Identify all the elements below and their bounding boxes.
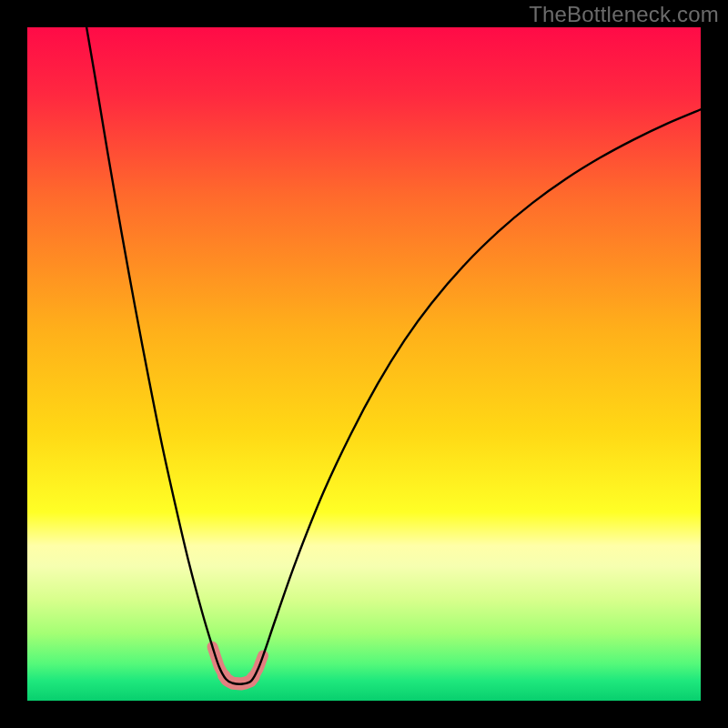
highlight-markers xyxy=(213,647,264,684)
plot-area xyxy=(27,27,701,701)
curve-layer xyxy=(27,27,701,701)
bottleneck-curve xyxy=(86,27,701,684)
app-frame: TheBottleneck.com xyxy=(0,0,728,728)
watermark-text: TheBottleneck.com xyxy=(529,2,719,27)
